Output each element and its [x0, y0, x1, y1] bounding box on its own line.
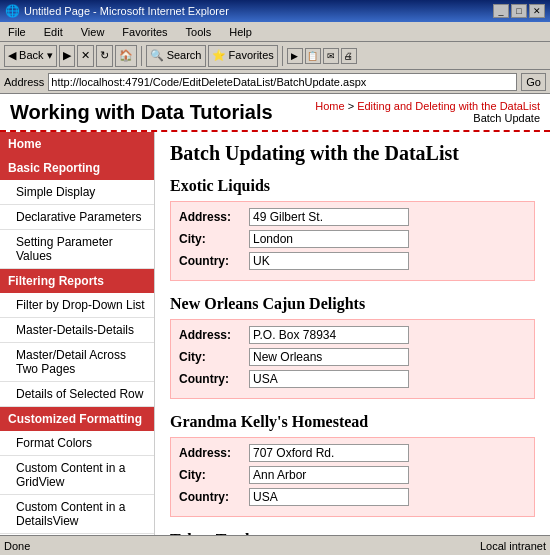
toolbar-separator — [141, 46, 142, 66]
title-bar-left: 🌐 Untitled Page - Microsoft Internet Exp… — [5, 4, 229, 18]
sidebar-item-master-detail-across[interactable]: Master/Detail Across Two Pages — [0, 343, 154, 382]
sidebar-item-custom-content-detailsview[interactable]: Custom Content in a DetailsView — [0, 495, 154, 534]
sidebar-item-basic-reporting[interactable]: Basic Reporting — [0, 156, 154, 180]
menu-view[interactable]: View — [77, 25, 109, 39]
supplier-name-3: Grandma Kelly's Homestead — [170, 413, 535, 431]
status-zone-text: Local intranet — [480, 540, 546, 552]
input-address-3[interactable] — [249, 444, 409, 462]
field-row-country-1: Country: — [179, 252, 526, 270]
content-title: Batch Updating with the DataList — [170, 142, 535, 165]
stop-button[interactable]: ✕ — [77, 45, 94, 67]
label-country-2: Country: — [179, 372, 249, 386]
sidebar-item-custom-content-gridview[interactable]: Custom Content in a GridView — [0, 456, 154, 495]
supplier-block-3: Grandma Kelly's Homestead Address: City:… — [170, 413, 535, 517]
field-row-address-1: Address: — [179, 208, 526, 226]
breadcrumb: Home > Editing and Deleting with the Dat… — [315, 100, 540, 124]
label-city-3: City: — [179, 468, 249, 482]
title-bar: 🌐 Untitled Page - Microsoft Internet Exp… — [0, 0, 550, 22]
sidebar-item-customized-formatting[interactable]: Customized Formatting — [0, 407, 154, 431]
menu-help[interactable]: Help — [225, 25, 256, 39]
field-row-country-2: Country: — [179, 370, 526, 388]
go-button[interactable]: Go — [521, 73, 546, 91]
toolbar: ◀ Back ▾ ▶ ✕ ↻ 🏠 🔍 Search ⭐ Favorites ▶ … — [0, 42, 550, 70]
site-title: Working with Data Tutorials — [10, 101, 273, 124]
field-row-country-3: Country: — [179, 488, 526, 506]
breadcrumb-home[interactable]: Home — [315, 100, 344, 112]
search-button[interactable]: 🔍 Search — [146, 45, 206, 67]
window-title: Untitled Page - Microsoft Internet Explo… — [24, 5, 229, 17]
field-row-city-2: City: — [179, 348, 526, 366]
address-label: Address — [4, 76, 44, 88]
breadcrumb-sep2 — [467, 112, 470, 124]
sidebar-item-format-colors[interactable]: Format Colors — [0, 431, 154, 456]
label-country-3: Country: — [179, 490, 249, 504]
label-country-1: Country: — [179, 254, 249, 268]
supplier-name-1: Exotic Liquids — [170, 177, 535, 195]
field-row-city-3: City: — [179, 466, 526, 484]
menu-edit[interactable]: Edit — [40, 25, 67, 39]
back-button[interactable]: ◀ Back ▾ — [4, 45, 57, 67]
mail-button[interactable]: ✉ — [323, 48, 339, 64]
media-button[interactable]: ▶ — [287, 48, 303, 64]
sidebar-item-filter-dropdown[interactable]: Filter by Drop-Down List — [0, 293, 154, 318]
sidebar-item-simple-display[interactable]: Simple Display — [0, 180, 154, 205]
history-button[interactable]: 📋 — [305, 48, 321, 64]
home-button[interactable]: 🏠 — [115, 45, 137, 67]
sidebar-item-details-selected[interactable]: Details of Selected Row — [0, 382, 154, 407]
sidebar-item-master-details[interactable]: Master-Details-Details — [0, 318, 154, 343]
refresh-button[interactable]: ↻ — [96, 45, 113, 67]
print-button[interactable]: 🖨 — [341, 48, 357, 64]
favorites-button[interactable]: ⭐ Favorites — [208, 45, 278, 67]
toolbar-separator-2 — [282, 46, 283, 66]
input-country-2[interactable] — [249, 370, 409, 388]
breadcrumb-link[interactable]: Editing and Deleting with the DataList — [357, 100, 540, 112]
label-city-2: City: — [179, 350, 249, 364]
menu-file[interactable]: File — [4, 25, 30, 39]
breadcrumb-sep1: > — [348, 100, 357, 112]
menu-favorites[interactable]: Favorites — [118, 25, 171, 39]
menu-bar: File Edit View Favorites Tools Help — [0, 22, 550, 42]
input-country-1[interactable] — [249, 252, 409, 270]
input-city-3[interactable] — [249, 466, 409, 484]
main-content: Home Basic Reporting Simple Display Decl… — [0, 132, 550, 535]
supplier-block-2: New Orleans Cajun Delights Address: City… — [170, 295, 535, 399]
input-address-2[interactable] — [249, 326, 409, 344]
sidebar-item-declarative-params[interactable]: Declarative Parameters — [0, 205, 154, 230]
address-input[interactable] — [48, 73, 517, 91]
label-address-2: Address: — [179, 328, 249, 342]
page-header: Working with Data Tutorials Home > Editi… — [0, 94, 550, 132]
status-bar: Done Local intranet — [0, 535, 550, 555]
supplier-form-1: Address: City: Country: — [170, 201, 535, 281]
maximize-button[interactable]: □ — [511, 4, 527, 18]
menu-tools[interactable]: Tools — [182, 25, 216, 39]
supplier-form-2: Address: City: Country: — [170, 319, 535, 399]
page-wrapper: Working with Data Tutorials Home > Editi… — [0, 94, 550, 555]
forward-button[interactable]: ▶ — [59, 45, 75, 67]
sidebar: Home Basic Reporting Simple Display Decl… — [0, 132, 155, 535]
content-area: Batch Updating with the DataList Exotic … — [155, 132, 550, 535]
minimize-button[interactable]: _ — [493, 4, 509, 18]
sidebar-item-home[interactable]: Home — [0, 132, 154, 156]
status-text: Done — [4, 540, 30, 552]
supplier-name-2: New Orleans Cajun Delights — [170, 295, 535, 313]
field-row-address-3: Address: — [179, 444, 526, 462]
supplier-block-1: Exotic Liquids Address: City: Country: — [170, 177, 535, 281]
window-controls: _ □ ✕ — [493, 4, 545, 18]
address-bar: Address Go — [0, 70, 550, 94]
label-address-1: Address: — [179, 210, 249, 224]
breadcrumb-current: Batch Update — [473, 112, 540, 124]
input-city-1[interactable] — [249, 230, 409, 248]
supplier-form-3: Address: City: Country: — [170, 437, 535, 517]
label-city-1: City: — [179, 232, 249, 246]
label-address-3: Address: — [179, 446, 249, 460]
input-address-1[interactable] — [249, 208, 409, 226]
sidebar-item-filtering-reports[interactable]: Filtering Reports — [0, 269, 154, 293]
field-row-city-1: City: — [179, 230, 526, 248]
input-country-3[interactable] — [249, 488, 409, 506]
input-city-2[interactable] — [249, 348, 409, 366]
field-row-address-2: Address: — [179, 326, 526, 344]
close-button[interactable]: ✕ — [529, 4, 545, 18]
sidebar-item-setting-params[interactable]: Setting Parameter Values — [0, 230, 154, 269]
